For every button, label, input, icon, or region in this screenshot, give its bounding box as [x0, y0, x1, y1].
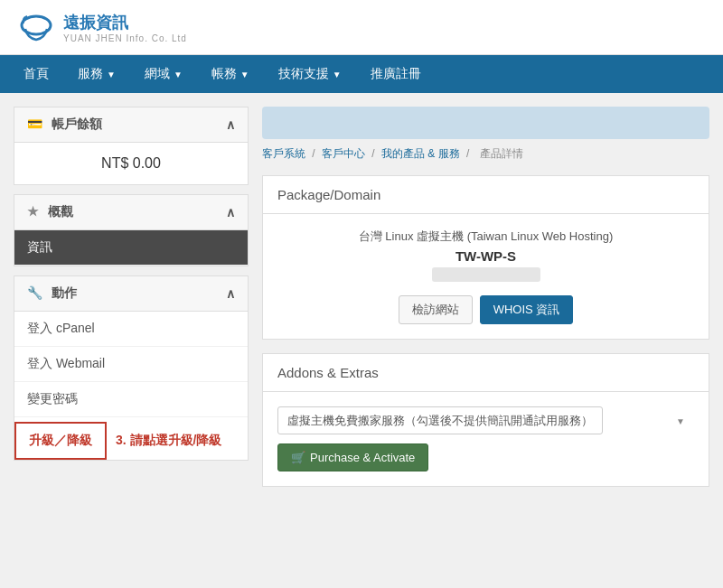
- balance-header: 💳 帳戶餘額 ∧: [14, 107, 248, 143]
- breadcrumb-customer-system[interactable]: 客戶系統: [262, 147, 305, 160]
- package-id: TW-WP-S: [277, 248, 694, 264]
- balance-amount: NT$ 0.00: [101, 155, 161, 171]
- wrench-icon: 🔧: [27, 285, 42, 300]
- logo-area: 遠振資訊 YUAN JHEN Info. Co. Ltd: [18, 9, 187, 45]
- nav-item-domain[interactable]: 網域 ▼: [130, 55, 197, 93]
- addon-select-row: 虛擬主機免費搬家服務（勾選後不提供簡訊開通試用服務）: [277, 406, 694, 434]
- content-wrapper: 💳 帳戶餘額 ∧ NT$ 0.00 ★ 概觀 ∧ 資訊: [0, 93, 723, 514]
- overview-header-left: ★ 概觀: [27, 204, 73, 220]
- breadcrumb-current: 產品詳情: [480, 147, 523, 160]
- main-content: 客戶系統 / 客戶中心 / 我的產品 & 服務 / 產品詳情 Package/D…: [262, 107, 709, 500]
- sidebar: 💳 帳戶餘額 ∧ NT$ 0.00 ★ 概觀 ∧ 資訊: [14, 107, 249, 500]
- balance-content: NT$ 0.00: [14, 143, 248, 184]
- sidebar-nav-upgrade[interactable]: 升級／降級: [14, 422, 107, 460]
- main-nav: 首頁 服務 ▼ 網域 ▼ 帳務 ▼ 技術支援 ▼ 推廣註冊: [0, 55, 723, 93]
- whois-button[interactable]: WHOIS 資訊: [480, 295, 574, 324]
- breadcrumb-sep2: /: [371, 147, 378, 160]
- logo-icon: [18, 9, 54, 45]
- balance-section: 💳 帳戶餘額 ∧ NT$ 0.00: [14, 107, 249, 185]
- purchase-activate-label: Purchase & Activate: [310, 451, 415, 464]
- overview-section: ★ 概觀 ∧ 資訊: [14, 194, 249, 266]
- addons-card-header: Addons & Extras: [263, 354, 709, 392]
- breadcrumb-sep3: /: [466, 147, 473, 160]
- logo-main-text: 遠振資訊: [63, 12, 187, 33]
- breadcrumb-products[interactable]: 我的產品 & 服務: [381, 147, 460, 160]
- chevron-down-icon: ▼: [333, 70, 342, 79]
- nav-item-home[interactable]: 首頁: [9, 55, 63, 93]
- chevron-up-icon3: ∧: [226, 286, 235, 301]
- actions-title: 動作: [52, 285, 77, 300]
- addon-select-wrapper: 虛擬主機免費搬家服務（勾選後不提供簡訊開通試用服務）: [277, 406, 694, 434]
- page-title-blurred: [262, 107, 709, 139]
- chevron-down-icon: ▼: [240, 70, 249, 79]
- package-card-header: Package/Domain: [263, 176, 709, 214]
- actions-header-left: 🔧 動作: [27, 285, 77, 302]
- wallet-icon: 💳: [27, 117, 42, 131]
- breadcrumb-client-center[interactable]: 客戶中心: [322, 147, 365, 160]
- overview-title: 概觀: [48, 204, 73, 219]
- overview-header: ★ 概觀 ∧: [14, 195, 248, 230]
- purchase-btn-wrapper: 🛒 Purchase & Activate: [277, 443, 694, 471]
- package-card-body: 台灣 Linux 虛擬主機 (Taiwan Linux Web Hosting)…: [263, 214, 709, 339]
- chevron-up-icon2: ∧: [226, 205, 235, 219]
- sidebar-nav-webmail[interactable]: 登入 Webmail: [14, 347, 248, 382]
- cart-icon: 🛒: [291, 451, 305, 464]
- logo-text: 遠振資訊 YUAN JHEN Info. Co. Ltd: [63, 12, 187, 43]
- chevron-down-icon: ▼: [107, 70, 116, 79]
- addon-select[interactable]: 虛擬主機免費搬家服務（勾選後不提供簡訊開通試用服務）: [277, 406, 603, 434]
- balance-title: 帳戶餘額: [52, 117, 102, 131]
- addons-card-body: 虛擬主機免費搬家服務（勾選後不提供簡訊開通試用服務） 🛒 Purchase & …: [263, 392, 709, 486]
- header: 遠振資訊 YUAN JHEN Info. Co. Ltd: [0, 0, 723, 55]
- breadcrumb: 客戶系統 / 客戶中心 / 我的產品 & 服務 / 產品詳情: [262, 146, 709, 162]
- upgrade-label: 升級／降級: [29, 433, 92, 447]
- sidebar-nav-change-password[interactable]: 變更密碼: [14, 382, 248, 417]
- package-card: Package/Domain 台灣 Linux 虛擬主機 (Taiwan Lin…: [262, 175, 709, 340]
- star-icon: ★: [27, 204, 39, 219]
- logo-sub-text: YUAN JHEN Info. Co. Ltd: [63, 33, 187, 43]
- package-info: 台灣 Linux 虛擬主機 (Taiwan Linux Web Hosting)…: [277, 229, 694, 285]
- breadcrumb-sep1: /: [312, 147, 318, 160]
- upgrade-row: 升級／降級 3. 請點選升級/降級: [14, 422, 248, 460]
- sidebar-nav-cpanel[interactable]: 登入 cPanel: [14, 312, 248, 347]
- nav-item-services[interactable]: 服務 ▼: [63, 55, 130, 93]
- nav-item-billing[interactable]: 帳務 ▼: [197, 55, 264, 93]
- nav-item-register[interactable]: 推廣註冊: [356, 55, 436, 93]
- nav-item-support[interactable]: 技術支援 ▼: [264, 55, 356, 93]
- chevron-down-icon: ▼: [174, 70, 183, 79]
- package-domain-blurred: [432, 267, 540, 282]
- change-password-label: 變更密碼: [27, 391, 78, 406]
- cpanel-label: 登入 cPanel: [27, 321, 95, 335]
- upgrade-hint: 3. 請點選升級/降級: [116, 433, 221, 449]
- webmail-label: 登入 Webmail: [27, 356, 105, 370]
- actions-section: 🔧 動作 ∧ 登入 cPanel 登入 Webmail 變更密碼 升級／降級 3…: [14, 275, 249, 461]
- chevron-up-icon: ∧: [226, 117, 235, 132]
- visit-site-button[interactable]: 檢訪網站: [399, 295, 473, 324]
- sidebar-nav-info-label: 資訊: [27, 239, 52, 254]
- sidebar-nav-info[interactable]: 資訊: [14, 230, 248, 266]
- actions-header: 🔧 動作 ∧: [14, 276, 248, 312]
- balance-header-left: 💳 帳戶餘額: [27, 117, 102, 133]
- package-buttons: 檢訪網站 WHOIS 資訊: [277, 295, 694, 324]
- addons-card: Addons & Extras 虛擬主機免費搬家服務（勾選後不提供簡訊開通試用服…: [262, 353, 709, 487]
- package-name: 台灣 Linux 虛擬主機 (Taiwan Linux Web Hosting): [277, 229, 694, 245]
- purchase-activate-button[interactable]: 🛒 Purchase & Activate: [277, 443, 428, 471]
